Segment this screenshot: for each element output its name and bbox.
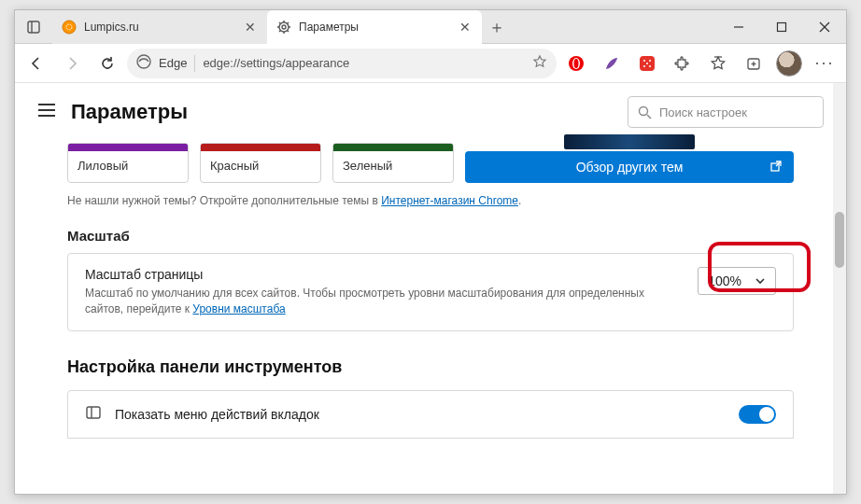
- tab-settings[interactable]: Параметры ✕: [267, 10, 482, 44]
- svg-rect-38: [87, 407, 100, 418]
- theme-name: Лиловый: [78, 159, 128, 173]
- browse-themes-button[interactable]: Обзор других тем: [465, 151, 794, 183]
- tab-actions-toggle[interactable]: [739, 405, 776, 424]
- external-link-icon: [769, 160, 783, 175]
- search-settings-input[interactable]: Поиск настроек: [628, 96, 824, 128]
- zoom-section-label: Масштаб: [67, 228, 794, 244]
- maximize-button[interactable]: [760, 10, 803, 43]
- profile-avatar[interactable]: [773, 48, 805, 79]
- zoom-value: 100%: [708, 273, 741, 288]
- edge-icon: [136, 54, 151, 72]
- url-text: edge://settings/appearance: [203, 56, 525, 70]
- menu-icon[interactable]: [37, 103, 56, 122]
- tab-actions-row: Показать меню действий вкладок: [67, 390, 794, 439]
- tab-actions-button[interactable]: [15, 10, 52, 43]
- close-window-button[interactable]: [803, 10, 846, 43]
- search-placeholder: Поиск настроек: [659, 105, 747, 119]
- collections-icon[interactable]: [738, 48, 769, 79]
- scrollbar[interactable]: [833, 83, 846, 494]
- scheme-label: Edge: [159, 56, 187, 70]
- feather-icon[interactable]: [596, 48, 628, 79]
- forward-button[interactable]: [56, 48, 88, 79]
- opera-icon[interactable]: [560, 48, 592, 79]
- svg-line-36: [647, 115, 651, 119]
- theme-card-red[interactable]: Красный: [200, 143, 321, 183]
- svg-point-21: [574, 59, 579, 68]
- tab-title: Lumpics.ru: [84, 21, 235, 34]
- theme-name: Красный: [210, 159, 259, 173]
- menu-button[interactable]: ···: [809, 48, 840, 79]
- svg-point-5: [282, 25, 286, 29]
- chrome-store-link[interactable]: Интернет-магазин Chrome: [381, 194, 518, 207]
- browser-window: Lumpics.ru ✕ Параметры ✕ ＋ Edge edge://s…: [14, 9, 847, 495]
- titlebar: Lumpics.ru ✕ Параметры ✕ ＋: [15, 10, 846, 44]
- svg-line-10: [279, 22, 281, 24]
- zoom-row-title: Масштаб страницы: [85, 267, 683, 282]
- page-title: Параметры: [71, 100, 613, 124]
- red-app-icon[interactable]: [631, 48, 663, 79]
- svg-point-2: [63, 21, 76, 34]
- gear-icon: [276, 20, 291, 35]
- svg-rect-15: [778, 22, 786, 31]
- toolbar-section-title: Настройка панели инструментов: [67, 357, 794, 377]
- svg-line-11: [288, 31, 289, 33]
- minimize-button[interactable]: [717, 10, 760, 43]
- tab-actions-icon: [85, 404, 102, 425]
- tab-actions-label: Показать меню действий вкладок: [115, 407, 726, 422]
- extensions-area: ···: [560, 48, 840, 79]
- zoom-card: Масштаб страницы Масштаб по умолчанию дл…: [67, 253, 794, 331]
- svg-line-12: [279, 31, 281, 33]
- refresh-button[interactable]: [92, 48, 123, 79]
- svg-point-23: [643, 60, 645, 62]
- tab-lumpics[interactable]: Lumpics.ru ✕: [52, 10, 267, 44]
- close-icon[interactable]: ✕: [458, 20, 473, 35]
- settings-content: Параметры Поиск настроек Лиловый Красный…: [15, 83, 846, 494]
- extensions-icon[interactable]: [667, 48, 699, 79]
- svg-rect-0: [28, 21, 39, 33]
- close-icon[interactable]: ✕: [243, 20, 258, 35]
- zoom-row-desc: Масштаб по умолчанию для всех сайтов. Чт…: [85, 286, 683, 317]
- svg-point-25: [643, 65, 645, 67]
- theme-name: Зеленый: [343, 159, 392, 173]
- favorite-icon[interactable]: [532, 54, 547, 72]
- theme-row: Лиловый Красный Зеленый Обзор других тем: [67, 143, 794, 183]
- address-bar[interactable]: Edge edge://settings/appearance: [127, 49, 557, 78]
- theme-card-green[interactable]: Зеленый: [332, 143, 454, 183]
- theme-card-purple[interactable]: Лиловый: [67, 143, 189, 183]
- svg-point-35: [640, 106, 648, 115]
- svg-point-26: [649, 65, 651, 67]
- zoom-levels-link[interactable]: Уровни масштаба: [192, 302, 285, 315]
- chevron-down-icon: [755, 275, 766, 287]
- search-icon: [638, 105, 652, 119]
- orange-circle-icon: [62, 20, 77, 35]
- divider: [194, 55, 195, 72]
- back-button[interactable]: [21, 48, 52, 79]
- zoom-select[interactable]: 100%: [698, 267, 776, 295]
- svg-point-27: [646, 63, 648, 64]
- svg-point-24: [649, 60, 651, 62]
- new-tab-button[interactable]: ＋: [482, 10, 512, 43]
- favorites-icon[interactable]: [702, 48, 734, 79]
- tab-title: Параметры: [299, 21, 450, 34]
- scrollbar-thumb[interactable]: [835, 212, 844, 268]
- themes-help-text: Не нашли нужной темы? Откройте дополните…: [67, 194, 794, 207]
- theme-preview-strip: [564, 134, 695, 149]
- browse-themes-label: Обзор других тем: [576, 160, 684, 175]
- svg-line-13: [288, 22, 289, 24]
- nav-toolbar: Edge edge://settings/appearance ···: [15, 44, 846, 83]
